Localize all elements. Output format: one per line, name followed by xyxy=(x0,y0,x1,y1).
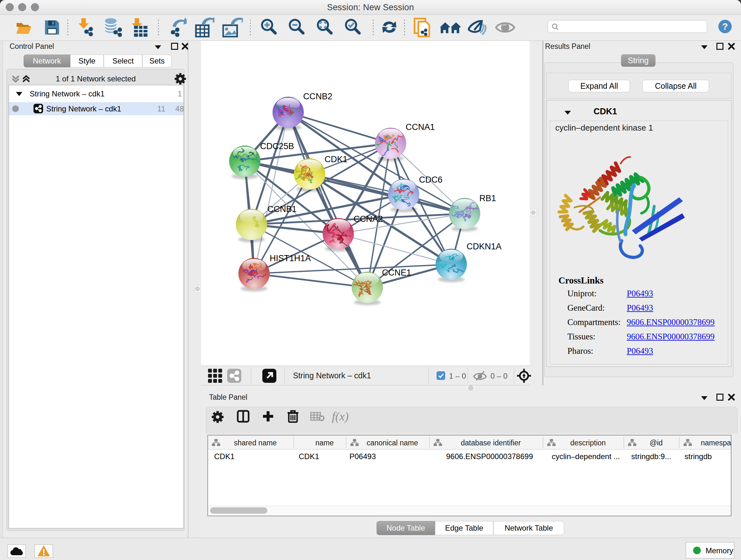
svg-text:CDC25B: CDC25B xyxy=(260,141,294,151)
svg-text:RB1: RB1 xyxy=(479,193,496,203)
svg-text:CCNB2: CCNB2 xyxy=(303,91,333,101)
svg-text:CDC6: CDC6 xyxy=(419,175,443,185)
svg-text:CDK1: CDK1 xyxy=(325,154,347,164)
svg-text:HIST1H1A: HIST1H1A xyxy=(270,253,311,263)
svg-text:CCNA2: CCNA2 xyxy=(354,214,383,224)
svg-text:CCNB1: CCNB1 xyxy=(267,204,297,214)
svg-text:CDKN1A: CDKN1A xyxy=(467,242,502,251)
svg-text:CCNA1: CCNA1 xyxy=(406,122,435,132)
svg-text:CCNE1: CCNE1 xyxy=(382,268,411,277)
